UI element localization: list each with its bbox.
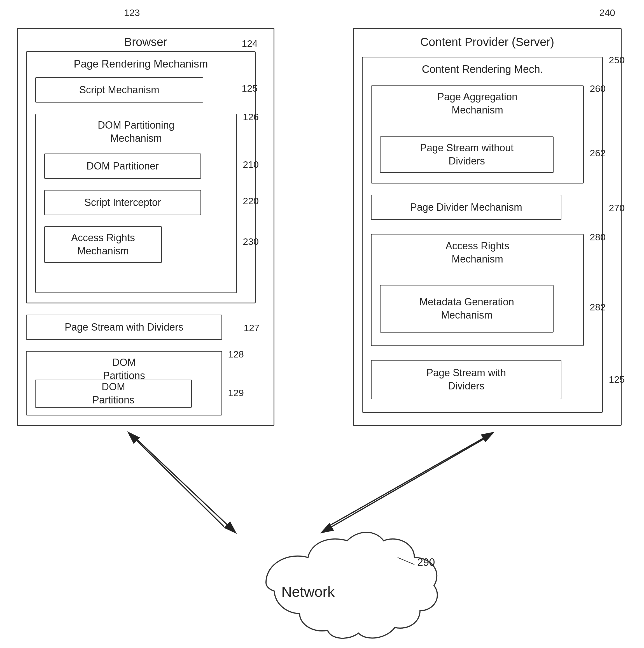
page-rendering-ref: 124 <box>242 38 257 49</box>
dom-partitioner-label: DOM Partitioner <box>86 160 159 173</box>
script-mechanism-box: Script Mechanism <box>35 77 203 103</box>
script-mechanism-ref: 125 <box>242 83 257 94</box>
browser-ref-123: 123 <box>124 6 140 19</box>
script-interceptor-ref: 220 <box>243 196 259 207</box>
network-ref: 290 <box>417 556 435 568</box>
page-stream-dividers-browser-label: Page Stream with Dividers <box>65 321 183 334</box>
access-rights-server-label: Access RightsMechanism <box>371 239 583 266</box>
dom-partitioning-box: DOM PartitioningMechanism 126 DOM Partit… <box>35 114 237 293</box>
page-rendering-box: Page Rendering Mechanism 124 Script Mech… <box>26 51 256 304</box>
access-rights-server-ref: 280 <box>590 232 606 242</box>
server-title: Content Provider (Server) <box>354 35 621 50</box>
network-to-server-arrow <box>328 433 493 527</box>
page-rendering-label: Page Rendering Mechanism <box>27 57 255 71</box>
dom-partitions-label: DOMPartitions <box>93 380 134 407</box>
page-stream-dividers-server-ref: 125 <box>609 374 625 385</box>
dom-outer-label: DOMPartitions <box>26 356 222 382</box>
script-interceptor-label: Script Interceptor <box>84 196 161 209</box>
page-divider-ref: 270 <box>609 203 625 213</box>
script-mechanism-label: Script Mechanism <box>79 84 159 97</box>
content-rendering-box: Content Rendering Mech. 250 Page Aggrega… <box>362 57 603 413</box>
page-aggregation-ref: 260 <box>590 83 606 94</box>
dom-outer-ref: 128 <box>228 349 244 360</box>
script-interceptor-box: Script Interceptor <box>44 190 201 215</box>
dom-partitioning-ref: 126 <box>243 111 259 122</box>
content-rendering-label: Content Rendering Mech. <box>363 62 602 76</box>
network-to-browser-arrow <box>129 433 224 527</box>
page-divider-box: Page Divider Mechanism <box>371 195 562 220</box>
access-meta-box: Access RightsMechanism 280 Metadata Gene… <box>371 234 584 346</box>
browser-title: Browser <box>18 35 274 50</box>
page-stream-no-dividers-box: Page Stream withoutDividers <box>380 137 553 173</box>
dom-partitioner-box: DOM Partitioner <box>44 154 201 179</box>
access-rights-browser-ref: 230 <box>243 236 259 247</box>
diagram: 123 Browser Page Rendering Mechanism 124… <box>0 0 644 648</box>
access-rights-browser-box: Access RightsMechanism <box>44 226 162 263</box>
dom-outer-box: DOMPartitions 128 DOMPartitions 129 <box>26 351 222 416</box>
server-outer-box: 240 Content Provider (Server) Content Re… <box>353 28 622 426</box>
metadata-gen-ref: 282 <box>590 302 606 313</box>
page-aggregation-label: Page AggregationMechanism <box>371 91 583 117</box>
dom-partitioner-ref: 210 <box>243 159 259 170</box>
page-stream-dividers-server-box: Page Stream withDividers <box>371 360 562 399</box>
access-rights-browser-label: Access RightsMechanism <box>71 231 135 258</box>
server-ref-240: 240 <box>599 6 615 19</box>
network-ref-line <box>398 557 414 564</box>
page-aggregation-box: Page AggregationMechanism 260 Page Strea… <box>371 86 584 183</box>
page-stream-dividers-browser-ref: 127 <box>244 322 259 333</box>
page-stream-dividers-server-label: Page Stream withDividers <box>426 367 506 393</box>
metadata-gen-box: Metadata GenerationMechanism <box>380 285 553 332</box>
page-stream-dividers-browser-box: Page Stream with Dividers <box>26 315 222 340</box>
dom-partitions-ref: 129 <box>228 387 244 398</box>
network-cloud <box>266 532 437 638</box>
network-label: Network <box>281 584 335 600</box>
browser-outer-box: 123 Browser Page Rendering Mechanism 124… <box>17 28 275 426</box>
page-divider-label: Page Divider Mechanism <box>410 201 522 214</box>
page-stream-no-dividers-ref: 262 <box>590 148 606 159</box>
server-to-network-arrow <box>322 437 487 532</box>
browser-to-network-arrow <box>134 437 235 532</box>
dom-partitions-box: DOMPartitions <box>35 380 192 408</box>
metadata-gen-label: Metadata GenerationMechanism <box>419 295 514 322</box>
page-stream-no-dividers-label: Page Stream withoutDividers <box>420 142 514 168</box>
dom-partitioning-label: DOM PartitioningMechanism <box>36 119 236 145</box>
content-rendering-ref: 250 <box>609 55 625 65</box>
